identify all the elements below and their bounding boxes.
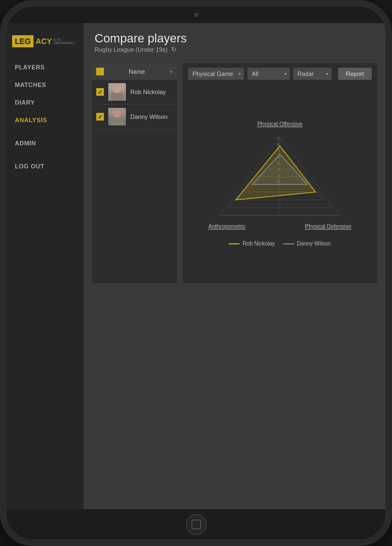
sidebar-item-analysis[interactable]: ANALYSIS bbox=[7, 111, 84, 129]
sidebar-item-diary[interactable]: DIARY bbox=[7, 94, 84, 111]
bottom-area bbox=[84, 289, 385, 509]
sidebar-item-players[interactable]: PLAYERS bbox=[7, 58, 84, 76]
main-content: Compare players Rugby League (Under 19s)… bbox=[84, 23, 385, 509]
home-button[interactable] bbox=[186, 514, 207, 535]
analysis-panel: Physical Game Technical Mental ▾ All Off… bbox=[183, 63, 377, 283]
filter-icon[interactable]: ▿ bbox=[170, 69, 173, 75]
content-area: Name ▿ ✓ bbox=[84, 58, 385, 289]
sidebar: LEG ACY ELITEPERFORMANCE PLAYERS MATCHES… bbox=[7, 23, 84, 509]
y-label-4: 4 bbox=[277, 154, 279, 160]
checkmark-2: ✓ bbox=[98, 114, 102, 120]
category-select-wrapper: Physical Game Technical Mental ▾ bbox=[188, 68, 244, 80]
chart-area: Physical Offensive 7 6 5 4 3 bbox=[183, 84, 377, 283]
header-checkbox[interactable] bbox=[96, 68, 104, 75]
player-1-avatar bbox=[108, 83, 126, 101]
y-label-2: 2 bbox=[277, 166, 279, 172]
col-name-label: Name bbox=[108, 68, 165, 75]
player-2-checkbox[interactable]: ✓ bbox=[96, 113, 104, 121]
logo-leg: LEG bbox=[15, 37, 31, 46]
player-list-header: Name ▿ bbox=[92, 63, 177, 80]
camera bbox=[194, 13, 198, 17]
analysis-toolbar: Physical Game Technical Mental ▾ All Off… bbox=[183, 63, 377, 84]
y-axis-labels: 7 6 5 4 3 2 1 0 bbox=[277, 135, 279, 185]
legend-label-2: Danny Wilson bbox=[297, 241, 331, 247]
y-label-3: 3 bbox=[277, 160, 279, 166]
nav-items: PLAYERS MATCHES DIARY ANALYSIS ADMIN LOG… bbox=[7, 58, 84, 175]
radar-chart: Physical Offensive 7 6 5 4 3 bbox=[188, 90, 372, 278]
radar-svg bbox=[208, 130, 351, 229]
y-label-0: 0 bbox=[277, 178, 279, 184]
chart-type-select-wrapper: Radar Bar Line ▾ bbox=[293, 68, 332, 80]
player-1-name: Rob Nickolay bbox=[130, 89, 173, 95]
logo-area: LEG ACY ELITEPERFORMANCE bbox=[7, 29, 84, 58]
tablet-screen: LEG ACY ELITEPERFORMANCE PLAYERS MATCHES… bbox=[7, 23, 385, 509]
page-title: Compare players bbox=[95, 31, 374, 46]
sidebar-item-matches[interactable]: MATCHES bbox=[7, 76, 84, 94]
y-label-1: 1 bbox=[277, 172, 279, 178]
tablet-bottom-bar bbox=[7, 509, 385, 539]
radar-svg-container: 7 6 5 4 3 2 1 0 bbox=[208, 130, 351, 229]
filter-select-wrapper: All Offensive Defensive ▾ bbox=[247, 68, 290, 80]
chart-label-top: Physical Offensive bbox=[257, 121, 302, 127]
legend-item-2: Danny Wilson bbox=[283, 241, 331, 247]
chart-type-select[interactable]: Radar Bar Line bbox=[293, 68, 332, 80]
category-select[interactable]: Physical Game Technical Mental bbox=[188, 68, 244, 80]
home-button-inner bbox=[191, 520, 201, 529]
logo-box: LEG bbox=[12, 35, 34, 47]
tablet-top-bar bbox=[7, 7, 385, 23]
sidebar-item-admin[interactable]: ADMIN bbox=[7, 134, 84, 152]
y-label-6: 6 bbox=[277, 141, 279, 148]
filter-select[interactable]: All Offensive Defensive bbox=[247, 68, 290, 80]
player-row-2: ✓ Danny Wilson bbox=[92, 105, 177, 129]
player-row-1: ✓ Rob Nickolay bbox=[92, 80, 177, 105]
subtitle-text: Rugby League (Under 19s) bbox=[95, 46, 168, 53]
player-2-name: Danny Wilson bbox=[130, 113, 173, 120]
checkmark-1: ✓ bbox=[98, 89, 102, 95]
player-2-avatar bbox=[108, 108, 126, 125]
legend-line-gray bbox=[283, 243, 294, 244]
tablet-frame: LEG ACY ELITEPERFORMANCE PLAYERS MATCHES… bbox=[0, 0, 392, 546]
report-button[interactable]: Report bbox=[338, 68, 372, 80]
legend-item-1: Rob Nickolay bbox=[229, 241, 275, 247]
y-label-7: 7 bbox=[277, 135, 279, 141]
page-subtitle: Rugby League (Under 19s) ↻ bbox=[95, 46, 374, 53]
player-1-checkbox[interactable]: ✓ bbox=[96, 88, 104, 96]
logo-acy: ACY bbox=[36, 37, 52, 46]
legend-label-1: Rob Nickolay bbox=[242, 241, 275, 247]
logo-subtitle: ELITEPERFORMANCE bbox=[53, 38, 75, 45]
sidebar-item-logout[interactable]: LOG OUT bbox=[7, 157, 84, 175]
legend-line-orange bbox=[229, 243, 240, 244]
page-header: Compare players Rugby League (Under 19s)… bbox=[84, 23, 385, 58]
y-label-5: 5 bbox=[277, 148, 279, 154]
chart-legend: Rob Nickolay Danny Wilson bbox=[229, 241, 331, 247]
player-list-panel: Name ▿ ✓ bbox=[92, 63, 177, 283]
refresh-icon[interactable]: ↻ bbox=[171, 46, 176, 53]
